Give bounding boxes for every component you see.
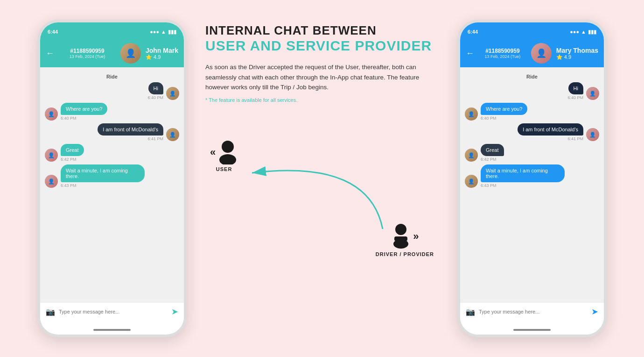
right-header-date: 13 Feb, 2024 (Tue) xyxy=(479,54,526,59)
right-home-bar xyxy=(513,329,551,331)
right-user-info: Mary Thomas ⭐ 4.9 xyxy=(556,47,598,60)
left-msg-3: 👤 I am front of McDonald's 6:41 PM xyxy=(45,123,179,141)
right-rating: ⭐ 4.9 xyxy=(556,54,598,60)
left-send-icon[interactable]: ➤ xyxy=(171,307,178,317)
left-user-info: John Mark ⭐ 4.9 xyxy=(146,47,178,60)
left-home-bar xyxy=(93,329,131,331)
right-user-name: Mary Thomas xyxy=(556,47,598,54)
left-time: 6:44 xyxy=(48,29,58,35)
left-input-bar: 📷 ➤ xyxy=(40,302,184,321)
right-msg-3: 👤 I am front of McDonald's 6:41 PM xyxy=(465,123,599,141)
driver-person-icon xyxy=(391,223,411,250)
right-send-icon[interactable]: ➤ xyxy=(591,307,598,317)
right-msg-4: 👤 Great 6:42 PM xyxy=(465,144,599,162)
right-status-bar: 6:44 ●●● ▲ ▮▮▮ xyxy=(460,22,604,39)
left-status-icons: ●●● ▲ ▮▮▮ xyxy=(150,29,176,35)
left-back-button[interactable]: ← xyxy=(46,49,54,58)
right-msg-2: 👤 Where are you? 6:40 PM xyxy=(465,103,599,121)
left-rating: ⭐ 4.9 xyxy=(146,54,178,60)
left-order-number: #1188590959 xyxy=(59,48,116,54)
left-chat-area: Ride 👤 Hi 6:40 PM 👤 Where are you? 6:40 … xyxy=(40,67,184,307)
left-msg-1: 👤 Hi 6:40 PM xyxy=(45,82,179,100)
left-header: ← #1188590959 13 Feb, 2024 (Tue) 👤 John … xyxy=(40,39,184,67)
note-text: * The feature is available for all servi… xyxy=(205,97,439,103)
right-service-label: Ride xyxy=(465,74,599,79)
main-container: 6:44 ●●● ▲ ▮▮▮ ← #1188590959 13 Feb, 202… xyxy=(0,0,644,357)
left-header-date: 13 Feb, 2024 (Tue) xyxy=(59,54,116,59)
diagram-area: « USER xyxy=(205,112,439,271)
left-user-name: John Mark xyxy=(146,47,178,54)
right-input-bar: 📷 ➤ xyxy=(460,302,604,321)
right-header: ← #1188590959 13 Feb, 2024 (Tue) 👤 Mary … xyxy=(460,39,604,67)
right-chat-area: Ride 👤 Hi 6:40 PM 👤 Where are you? 6:40 … xyxy=(460,67,604,307)
title-block: INTERNAL CHAT BETWEEN USER AND SERVICE P… xyxy=(205,23,439,54)
right-message-input[interactable] xyxy=(479,309,588,314)
right-avatar: 👤 xyxy=(531,43,552,64)
right-camera-icon[interactable]: 📷 xyxy=(466,307,475,316)
left-camera-icon[interactable]: 📷 xyxy=(46,307,55,316)
title-line2: USER AND SERVICE PROVIDER xyxy=(205,38,439,54)
right-msg-5: 👤 Wait a minute, I am coming there. 6:43… xyxy=(465,164,599,188)
svg-point-3 xyxy=(395,224,406,235)
left-msg-5: 👤 Wait a minute, I am coming there. 6:43… xyxy=(45,164,179,188)
svg-point-5 xyxy=(393,239,408,249)
driver-label: DRIVER / PROVIDER xyxy=(376,251,434,257)
right-order-number: #1188590959 xyxy=(479,48,526,54)
left-status-bar: 6:44 ●●● ▲ ▮▮▮ xyxy=(40,22,184,39)
left-service-label: Ride xyxy=(45,74,179,79)
title-line1: INTERNAL CHAT BETWEEN xyxy=(205,23,439,38)
left-message-input[interactable] xyxy=(59,309,168,314)
right-status-icons: ●●● ▲ ▮▮▮ xyxy=(570,29,596,35)
right-msg-1: 👤 Hi 6:40 PM xyxy=(465,82,599,100)
right-time: 6:44 xyxy=(468,29,478,35)
arrows-right-icon: » xyxy=(413,230,419,243)
right-header-info: #1188590959 13 Feb, 2024 (Tue) xyxy=(479,48,526,59)
right-back-button[interactable]: ← xyxy=(466,49,474,58)
left-msg-4: 👤 Great 6:42 PM xyxy=(45,144,179,162)
left-phone: 6:44 ●●● ▲ ▮▮▮ ← #1188590959 13 Feb, 202… xyxy=(37,20,187,337)
right-phone: 6:44 ●●● ▲ ▮▮▮ ← #1188590959 13 Feb, 202… xyxy=(457,20,607,337)
description-text: As soon as the Driver accepted the reque… xyxy=(205,62,439,93)
driver-icon-area: » DRIVER / PROVIDER xyxy=(376,223,434,257)
left-avatar: 👤 xyxy=(120,43,141,64)
left-header-info: #1188590959 13 Feb, 2024 (Tue) xyxy=(59,48,116,59)
middle-section: INTERNAL CHAT BETWEEN USER AND SERVICE P… xyxy=(191,0,453,357)
left-msg-2: 👤 Where are you? 6:40 PM xyxy=(45,103,179,121)
